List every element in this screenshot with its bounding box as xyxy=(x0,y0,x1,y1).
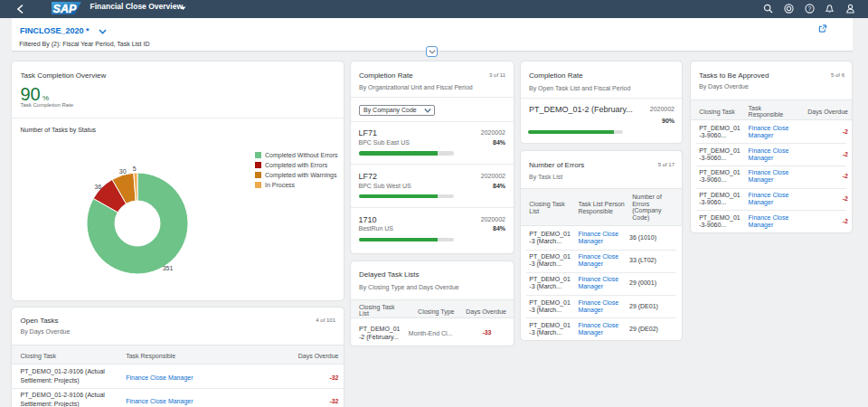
svg-text:SAP: SAP xyxy=(53,3,77,14)
svg-text:?: ? xyxy=(807,5,811,12)
